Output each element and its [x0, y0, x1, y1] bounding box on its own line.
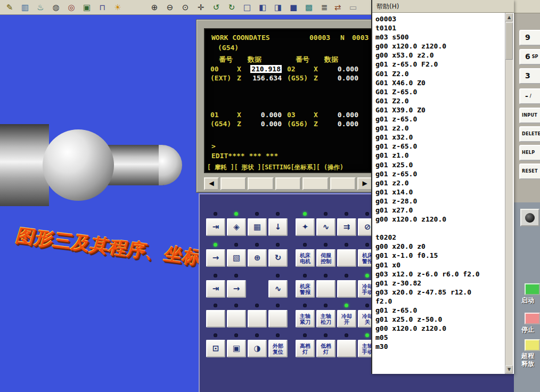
coord-system-label: (G54) — [218, 44, 239, 52]
measure-icon[interactable]: ♨ — [34, 2, 47, 13]
panel-button-left-r4c2[interactable]: ◑ — [248, 340, 267, 357]
panel-button-right-r2c1[interactable] — [316, 280, 336, 298]
rotate-right-icon[interactable]: ↻ — [225, 2, 238, 13]
softkey-label-line: [ 摩耗 ][ 形状 ][SETTING[坐标系][ (操作) — [207, 164, 343, 172]
panel-button-left-r1c3[interactable]: ↻ — [268, 249, 288, 267]
mdi-key--[interactable]: -/ — [519, 88, 540, 104]
view-shaded-icon[interactable]: ◨ — [272, 2, 284, 13]
softkey-4[interactable] — [302, 177, 328, 190]
brightness-icon[interactable]: ☀ — [111, 2, 124, 13]
input-prompt: > — [211, 142, 216, 150]
zoom-in-icon[interactable]: ⊕ — [148, 2, 161, 13]
panel-button-right-r0c1[interactable]: ∿ — [316, 218, 336, 236]
low-gear-lamp-button[interactable]: 低档灯 — [316, 340, 336, 357]
panel-button-right-r0c2[interactable]: ⇉ — [337, 218, 356, 236]
panel-button-right-r0c0[interactable]: ✦ — [296, 218, 315, 236]
mdi-key-6[interactable]: 6SP — [519, 49, 540, 65]
softkey-5[interactable] — [330, 177, 356, 190]
cnc-screen: WORK COONDATES 00003 N 0003 (G54) 番号 数据 … — [204, 28, 372, 173]
mdi-key-reset[interactable]: RESET — [519, 164, 540, 179]
help-menu[interactable]: 帮助(H) — [377, 3, 399, 10]
overtravel-release-button[interactable] — [525, 339, 540, 351]
find-icon[interactable]: ◍ — [50, 2, 62, 13]
panel-button-left-r3c1[interactable] — [227, 310, 246, 328]
button-led — [276, 304, 280, 307]
panel-button-left-r0c1[interactable]: ◈ — [227, 218, 246, 236]
panel-button-right-r4c2[interactable] — [337, 340, 356, 357]
panel-button-left-r1c0[interactable]: → — [206, 249, 225, 267]
list-view-icon[interactable]: ≣ — [318, 2, 331, 13]
high-gear-lamp-button[interactable]: 高档灯 — [296, 340, 315, 357]
servo-control-button[interactable]: 伺服控制 — [316, 249, 336, 267]
wcs-number: 02 — [287, 65, 314, 73]
wcs-z-value: 156.634 — [247, 74, 282, 82]
view-wireframe-icon[interactable]: □ — [241, 2, 253, 13]
target-icon[interactable]: ◎ — [65, 2, 78, 13]
machine-alarm-button-2[interactable]: 机床警报 — [296, 280, 315, 298]
panel-button-right-r2c2[interactable] — [337, 280, 356, 298]
panel-button-left-r3c0[interactable] — [206, 310, 225, 328]
clamp-icon[interactable]: ⊓ — [96, 2, 109, 13]
spindle-unclamp-button[interactable]: 主轴松刀 — [316, 310, 336, 328]
view-hidden-line-icon[interactable]: ◧ — [256, 2, 269, 13]
external-reset-button[interactable]: 外部复位 — [268, 340, 288, 357]
scroll-down-icon[interactable]: ▼ — [505, 365, 513, 373]
panel-button-left-r2c0[interactable]: ⇥ — [206, 280, 225, 298]
panel-button-left-r1c1[interactable]: ▧ — [227, 249, 246, 267]
softkey-2[interactable] — [248, 177, 273, 190]
panel-button-right-r1c2[interactable] — [337, 249, 356, 267]
machine-motor-button[interactable]: 机床电机 — [296, 249, 315, 267]
panel-button-left-r4c0[interactable]: ⊡ — [206, 340, 225, 357]
panel-button-left-r0c3[interactable]: ↓ — [268, 218, 288, 236]
program-line: g00 x120.0 z120.0 — [375, 215, 504, 224]
program-line: g01 x-1.0 f0.15 — [375, 251, 504, 260]
wcs-x-value-selected[interactable]: 210.918 — [250, 65, 282, 73]
panel-button-left-r3c2[interactable] — [248, 310, 267, 328]
rotate-left-icon[interactable]: ↺ — [210, 2, 223, 13]
mdi-key-input[interactable]: INPUT — [519, 108, 540, 124]
panel-button-left-r2c1[interactable]: → — [227, 280, 246, 298]
view-rendered-icon[interactable]: ▩ — [302, 2, 315, 13]
scroll-thumb[interactable] — [505, 22, 513, 60]
zoom-window-icon[interactable]: ⊙ — [179, 2, 192, 13]
softkey-row: ◀ ▶ — [204, 177, 372, 190]
panel-button-left-r4c1[interactable]: ▣ — [227, 340, 246, 357]
mdi-key-delete[interactable]: DELETE — [519, 126, 540, 142]
program-line: G01 Z2.0 — [375, 97, 504, 106]
button-led — [345, 304, 348, 307]
program-line: o0003 — [375, 15, 504, 24]
softkey-1[interactable] — [220, 177, 246, 190]
scrollbar[interactable]: ▲ ▼ — [505, 13, 513, 374]
draw-icon[interactable]: ✎ — [3, 2, 16, 13]
start-button[interactable] — [525, 283, 540, 295]
spindle-clamp-button[interactable]: 主轴紧刀 — [296, 310, 315, 328]
mdi-key-help[interactable]: HELP — [519, 145, 540, 161]
panel-button-left-r0c2[interactable]: ▦ — [248, 218, 267, 236]
view-solid-icon[interactable]: ■ — [287, 2, 300, 13]
mdi-key-3[interactable]: 3 — [519, 68, 540, 84]
button-led — [365, 212, 369, 216]
pan-icon[interactable]: ✛ — [194, 2, 207, 13]
program-line: g03 x12.0 z-6.0 r6.0 f2.0 — [375, 270, 504, 279]
panel-button-left-r0c0[interactable]: ⇥ — [206, 218, 225, 236]
coolant-on-button[interactable]: 冷却开 — [337, 310, 356, 328]
axis-x-label: X — [314, 65, 323, 73]
mdi-key-9[interactable]: 9 — [519, 30, 540, 46]
swap-view-icon[interactable]: ⇄ — [331, 2, 344, 13]
button-led — [303, 274, 307, 277]
plot-icon[interactable]: ▥ — [19, 2, 31, 13]
extra-tool-icon[interactable]: ▭ — [347, 2, 359, 13]
panel-button-left-r1c2[interactable]: ⊕ — [248, 249, 267, 267]
zoom-out-icon[interactable]: ⊖ — [163, 2, 176, 13]
program-line: g01 z-65.0 — [375, 115, 504, 124]
wcs-entry-02: 02X0.000 (G55)Z0.000 — [287, 64, 358, 83]
softkey-page-right[interactable]: ▶ — [357, 177, 372, 190]
stop-button[interactable] — [525, 313, 540, 324]
panel-button-left-r3c3[interactable] — [268, 310, 288, 328]
softkey-3[interactable] — [275, 177, 301, 190]
scroll-up-icon[interactable]: ▲ — [505, 13, 513, 21]
transform-box-icon[interactable]: ▣ — [80, 2, 93, 13]
softkey-page-left[interactable]: ◀ — [204, 177, 219, 190]
program-line: g01 z-65.0 — [375, 170, 504, 179]
panel-button-left-r2c3[interactable]: ∿ — [268, 280, 288, 298]
